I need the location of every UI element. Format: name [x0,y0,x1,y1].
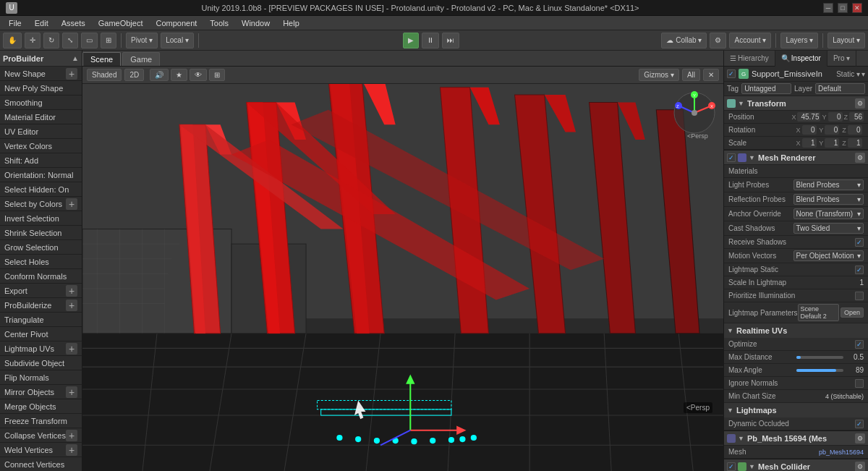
pause-button[interactable]: ⏸ [422,33,439,48]
menu-file[interactable]: File [3,17,27,29]
pb-item-11[interactable]: Shrink Selection [0,226,82,240]
layers-button[interactable]: Layers ▾ [780,33,818,48]
scale-x-input[interactable] [802,138,817,148]
effects-btn[interactable]: ★ [171,69,187,81]
object-active-checkbox[interactable] [727,69,736,78]
inspector-tab[interactable]: 🔍 Inspector [775,51,827,67]
account-button[interactable]: Account ▾ [729,33,771,48]
pb-item-10[interactable]: Invert Selection [0,211,82,226]
menu-tools[interactable]: Tools [204,17,234,29]
mesh-renderer-header[interactable]: ▼ Mesh Renderer ⚙ [724,150,868,165]
receive-shadows-checkbox[interactable] [855,238,864,247]
realtime-uvs-header[interactable]: ▼ Realtime UVs [724,323,868,338]
pb-item-8[interactable]: Select Hidden: On [0,182,82,197]
pb-item-plus-25[interactable]: + [66,430,77,441]
scene-viewport[interactable]: <Persp X Y Z [82,84,723,471]
game-tab[interactable]: Game [122,52,160,66]
scene-tab[interactable]: Scene [82,52,121,66]
pb-item-3[interactable]: Material Editor [0,110,82,124]
mesh-collider-settings[interactable]: ⚙ [855,462,865,472]
pb-mesh-header[interactable]: ▼ Pb_Mesh 15694 (Mes ⚙ [724,431,868,446]
minimize-button[interactable]: ─ [823,3,833,13]
menu-edit[interactable]: Edit [29,17,54,29]
step-button[interactable]: ⏭ [442,33,459,48]
scale-y-input[interactable] [825,138,839,148]
pb-mesh-settings[interactable]: ⚙ [855,433,865,444]
pivot-button[interactable]: Pivot ▾ [126,33,158,48]
lightmap-params-dropdown[interactable]: Scene Default 2 [798,304,839,321]
rot-x-input[interactable] [802,125,817,135]
layout-button[interactable]: Layout ▾ [827,33,865,48]
cloud-button[interactable]: ⚙ [710,33,726,48]
pb-item-plus-9[interactable]: + [66,198,77,210]
move-tool[interactable]: ✛ [25,33,41,48]
2d-toggle[interactable]: 2D [124,69,144,81]
mesh-renderer-enabled[interactable] [727,153,736,162]
lightmap-static-checkbox[interactable] [855,266,864,274]
all-button[interactable]: All [682,69,700,81]
anchor-override-dropdown[interactable]: None (Transform) ▾ [793,208,864,219]
pb-item-6[interactable]: Shift: Add [0,153,82,168]
menu-window[interactable]: Window [236,17,276,29]
pb-item-12[interactable]: Grow Selection [0,240,82,255]
hand-tool[interactable]: ✋ [3,33,22,48]
gizmos-button[interactable]: Gizmos ▾ [639,69,679,81]
pb-item-1[interactable]: New Poly Shape [0,81,82,96]
mesh-collider-enabled[interactable] [727,462,736,471]
prioritize-checkbox[interactable] [855,292,864,300]
pb-item-4[interactable]: UV Editor [0,124,82,139]
menu-help[interactable]: Help [277,17,305,29]
pb-item-16[interactable]: ProBuilderize+ [0,298,82,313]
pb-item-13[interactable]: Select Holes [0,255,82,269]
lightmaps-header[interactable]: ▼ Lightmaps [724,403,868,417]
audio-btn[interactable]: 🔊 [150,69,169,81]
rotate-tool[interactable]: ↻ [43,33,59,48]
pb-item-19[interactable]: Lightmap UVs+ [0,341,82,356]
optimize-checkbox[interactable] [855,340,864,349]
pb-item-14[interactable]: Conform Normals [0,269,82,284]
light-probes-dropdown[interactable]: Blend Probes ▾ [793,179,864,190]
pos-y-input[interactable] [828,112,843,122]
pb-item-24[interactable]: Freeze Transform [0,414,82,428]
shaded-dropdown[interactable]: Shaded [87,69,122,81]
pb-item-21[interactable]: Flip Normals [0,370,82,385]
lightmap-params-open[interactable]: Open [841,307,864,318]
maximize-button[interactable]: □ [838,3,848,13]
pb-item-7[interactable]: Orientation: Normal [0,168,82,182]
pos-x-input[interactable] [797,112,820,122]
scale-z-input[interactable] [848,138,862,148]
pb-item-plus-0[interactable]: + [66,68,77,80]
menu-gameobject[interactable]: GameObject [93,17,149,29]
transform-settings[interactable]: ⚙ [855,98,865,109]
pb-item-0[interactable]: New Shape+ [0,67,82,81]
close-button[interactable]: ✕ [852,3,862,13]
pb-item-18[interactable]: Center Pivot [0,327,82,341]
scene-layers-btn[interactable]: ⊞ [209,69,225,81]
tag-dropdown[interactable]: Untagged [741,83,791,94]
cast-shadows-dropdown[interactable]: Two Sided ▾ [793,223,864,234]
motion-vectors-dropdown[interactable]: Per Object Motion ▾ [793,250,864,261]
pb-item-22[interactable]: Mirror Objects+ [0,385,82,399]
rot-z-input[interactable] [848,125,862,135]
layer-dropdown[interactable]: Default [815,83,865,94]
rot-y-input[interactable] [825,125,839,135]
pb-item-25[interactable]: Collapse Vertices+ [0,428,82,443]
mesh-renderer-settings[interactable]: ⚙ [855,153,865,163]
pb-item-27[interactable]: Connect Vertices [0,457,82,471]
mesh-collider-header[interactable]: ▼ Mesh Collider ⚙ [724,459,868,471]
pb-item-17[interactable]: Triangulate [0,313,82,327]
scene-visibility-btn[interactable]: 👁 [190,69,207,81]
pb-item-23[interactable]: Merge Objects [0,399,82,414]
play-button[interactable]: ▶ [403,33,419,48]
pb-item-15[interactable]: Export+ [0,284,82,298]
pb-item-plus-22[interactable]: + [66,386,77,398]
pb-item-26[interactable]: Weld Vertices+ [0,443,82,457]
dynamic-occluded-checkbox[interactable] [855,420,864,428]
pos-z-input[interactable] [849,112,864,122]
multi-tool[interactable]: ⊞ [101,33,116,48]
probuilder-collapse[interactable]: ▲ [72,54,79,62]
pb-item-5[interactable]: Vertex Colors [0,139,82,153]
menu-assets[interactable]: Assets [56,17,91,29]
reflection-probes-dropdown[interactable]: Blend Probes ▾ [793,194,864,205]
collab-button[interactable]: ☁ Collab ▾ [661,33,707,48]
